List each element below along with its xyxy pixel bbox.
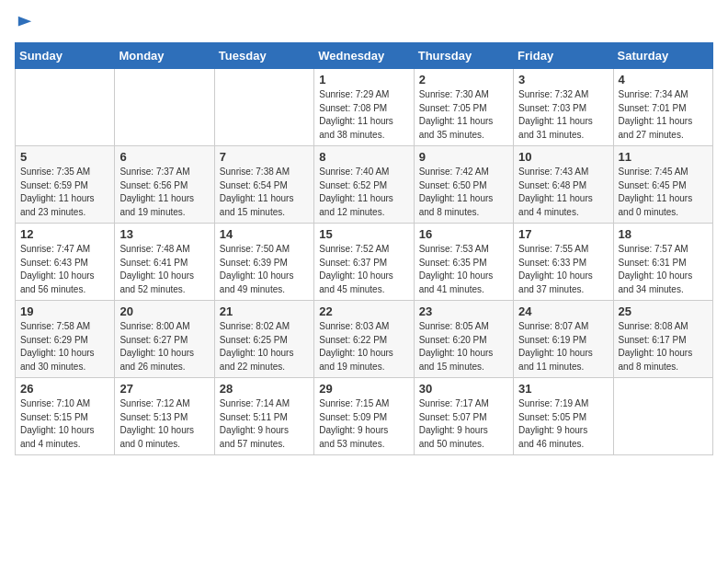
logo-flag-icon [17,15,33,31]
calendar-cell: 30Sunrise: 7:17 AM Sunset: 5:07 PM Dayli… [414,378,513,455]
day-number: 20 [119,304,209,318]
day-info: Sunrise: 7:47 AM Sunset: 6:43 PM Dayligh… [20,243,109,296]
day-number: 10 [518,150,608,164]
day-info: Sunrise: 7:37 AM Sunset: 6:56 PM Dayligh… [119,166,209,219]
weekday-header-monday: Monday [115,43,214,69]
day-number: 4 [619,73,708,86]
calendar-cell: 12Sunrise: 7:47 AM Sunset: 6:43 PM Dayli… [16,224,115,301]
day-info: Sunrise: 7:32 AM Sunset: 7:03 PM Dayligh… [518,88,608,142]
day-number: 28 [220,382,309,396]
calendar-cell: 24Sunrise: 8:07 AM Sunset: 6:19 PM Dayli… [514,301,613,378]
day-number: 16 [419,227,508,241]
day-info: Sunrise: 7:29 AM Sunset: 7:08 PM Dayligh… [319,88,408,142]
day-info: Sunrise: 7:48 AM Sunset: 6:41 PM Dayligh… [119,243,209,296]
day-info: Sunrise: 7:15 AM Sunset: 5:09 PM Dayligh… [319,397,408,451]
calendar-week-row: 1Sunrise: 7:29 AM Sunset: 7:08 PM Daylig… [16,69,713,146]
day-number: 25 [619,304,708,318]
page-container: SundayMondayTuesdayWednesdayThursdayFrid… [0,0,728,463]
day-number: 21 [220,304,309,318]
calendar-cell: 15Sunrise: 7:52 AM Sunset: 6:37 PM Dayli… [314,224,414,301]
day-number: 1 [319,73,408,86]
day-number: 14 [220,227,309,241]
day-info: Sunrise: 8:02 AM Sunset: 6:25 PM Dayligh… [220,320,309,373]
calendar-cell: 2Sunrise: 7:30 AM Sunset: 7:05 PM Daylig… [414,69,513,146]
calendar-week-row: 19Sunrise: 7:58 AM Sunset: 6:29 PM Dayli… [16,301,713,378]
calendar-cell: 27Sunrise: 7:12 AM Sunset: 5:13 PM Dayli… [115,378,214,455]
day-info: Sunrise: 7:40 AM Sunset: 6:52 PM Dayligh… [319,166,408,219]
day-info: Sunrise: 7:58 AM Sunset: 6:29 PM Dayligh… [20,320,109,373]
day-number: 2 [419,73,508,86]
day-info: Sunrise: 7:42 AM Sunset: 6:50 PM Dayligh… [419,166,508,219]
day-info: Sunrise: 7:55 AM Sunset: 6:33 PM Dayligh… [518,243,608,296]
day-info: Sunrise: 8:05 AM Sunset: 6:20 PM Dayligh… [419,320,508,373]
calendar-cell: 11Sunrise: 7:45 AM Sunset: 6:45 PM Dayli… [613,146,712,224]
day-number: 12 [20,227,109,241]
day-number: 26 [20,382,109,396]
calendar-cell: 19Sunrise: 7:58 AM Sunset: 6:29 PM Dayli… [16,301,115,378]
calendar-cell: 5Sunrise: 7:35 AM Sunset: 6:59 PM Daylig… [16,146,115,224]
calendar-cell: 22Sunrise: 8:03 AM Sunset: 6:22 PM Dayli… [314,301,414,378]
day-info: Sunrise: 7:53 AM Sunset: 6:35 PM Dayligh… [419,243,508,296]
calendar-cell [115,69,214,146]
calendar-cell: 3Sunrise: 7:32 AM Sunset: 7:03 PM Daylig… [514,69,613,146]
calendar-cell: 23Sunrise: 8:05 AM Sunset: 6:20 PM Dayli… [414,301,513,378]
day-number: 5 [20,150,109,164]
calendar-cell: 26Sunrise: 7:10 AM Sunset: 5:15 PM Dayli… [16,378,115,455]
day-info: Sunrise: 8:00 AM Sunset: 6:27 PM Dayligh… [119,320,209,373]
day-info: Sunrise: 7:45 AM Sunset: 6:45 PM Dayligh… [619,166,708,219]
calendar-cell: 7Sunrise: 7:38 AM Sunset: 6:54 PM Daylig… [214,146,313,224]
day-number: 3 [518,73,608,86]
day-number: 15 [319,227,408,241]
day-info: Sunrise: 7:10 AM Sunset: 5:15 PM Dayligh… [20,397,109,451]
calendar-cell: 10Sunrise: 7:43 AM Sunset: 6:48 PM Dayli… [514,146,613,224]
day-info: Sunrise: 7:38 AM Sunset: 6:54 PM Dayligh… [220,166,309,219]
day-info: Sunrise: 8:07 AM Sunset: 6:19 PM Dayligh… [518,320,608,373]
calendar-cell: 14Sunrise: 7:50 AM Sunset: 6:39 PM Dayli… [214,224,313,301]
calendar-cell [214,69,313,146]
calendar-cell: 31Sunrise: 7:19 AM Sunset: 5:05 PM Dayli… [514,378,613,455]
day-info: Sunrise: 7:35 AM Sunset: 6:59 PM Dayligh… [20,166,109,219]
calendar-cell: 20Sunrise: 8:00 AM Sunset: 6:27 PM Dayli… [115,301,214,378]
day-number: 27 [119,382,209,396]
day-number: 29 [319,382,408,396]
day-number: 9 [419,150,508,164]
day-number: 24 [518,304,608,318]
day-info: Sunrise: 7:17 AM Sunset: 5:07 PM Dayligh… [419,397,508,451]
calendar-cell: 29Sunrise: 7:15 AM Sunset: 5:09 PM Dayli… [314,378,414,455]
calendar-week-row: 12Sunrise: 7:47 AM Sunset: 6:43 PM Dayli… [16,224,713,301]
day-info: Sunrise: 7:14 AM Sunset: 5:11 PM Dayligh… [220,397,309,451]
weekday-header-friday: Friday [514,43,613,69]
calendar-week-row: 5Sunrise: 7:35 AM Sunset: 6:59 PM Daylig… [16,146,713,224]
calendar-cell: 16Sunrise: 7:53 AM Sunset: 6:35 PM Dayli… [414,224,513,301]
day-info: Sunrise: 7:43 AM Sunset: 6:48 PM Dayligh… [518,166,608,219]
day-info: Sunrise: 7:12 AM Sunset: 5:13 PM Dayligh… [119,397,209,451]
weekday-header-saturday: Saturday [613,43,712,69]
calendar-cell: 25Sunrise: 8:08 AM Sunset: 6:17 PM Dayli… [613,301,712,378]
weekday-header-wednesday: Wednesday [314,43,414,69]
calendar-cell: 28Sunrise: 7:14 AM Sunset: 5:11 PM Dayli… [214,378,313,455]
weekday-header-tuesday: Tuesday [214,43,313,69]
day-info: Sunrise: 7:19 AM Sunset: 5:05 PM Dayligh… [518,397,608,451]
calendar-cell: 8Sunrise: 7:40 AM Sunset: 6:52 PM Daylig… [314,146,414,224]
logo [15,15,33,31]
day-number: 17 [518,227,608,241]
calendar-cell: 4Sunrise: 7:34 AM Sunset: 7:01 PM Daylig… [613,69,712,146]
day-number: 22 [319,304,408,318]
calendar-cell: 13Sunrise: 7:48 AM Sunset: 6:41 PM Dayli… [115,224,214,301]
weekday-header-thursday: Thursday [414,43,513,69]
day-info: Sunrise: 7:52 AM Sunset: 6:37 PM Dayligh… [319,243,408,296]
day-info: Sunrise: 7:30 AM Sunset: 7:05 PM Dayligh… [419,88,508,142]
calendar-cell [16,69,115,146]
day-number: 18 [619,227,708,241]
calendar-table: SundayMondayTuesdayWednesdayThursdayFrid… [15,42,713,455]
calendar-cell: 9Sunrise: 7:42 AM Sunset: 6:50 PM Daylig… [414,146,513,224]
calendar-cell: 6Sunrise: 7:37 AM Sunset: 6:56 PM Daylig… [115,146,214,224]
day-number: 11 [619,150,708,164]
calendar-cell: 18Sunrise: 7:57 AM Sunset: 6:31 PM Dayli… [613,224,712,301]
day-number: 13 [119,227,209,241]
day-info: Sunrise: 7:50 AM Sunset: 6:39 PM Dayligh… [220,243,309,296]
calendar-cell [613,378,712,455]
day-number: 8 [319,150,408,164]
day-info: Sunrise: 8:03 AM Sunset: 6:22 PM Dayligh… [319,320,408,373]
header [15,15,713,31]
